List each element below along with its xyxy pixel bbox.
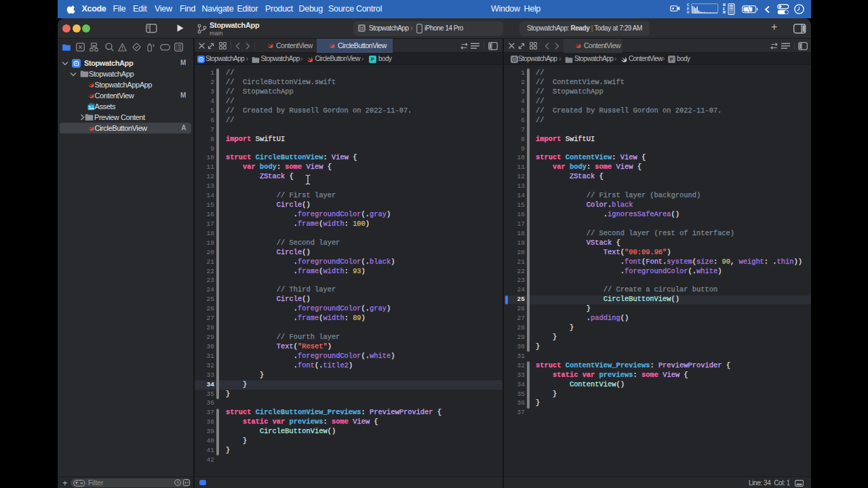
- svg-text:P: P: [670, 57, 673, 62]
- svg-text:P: P: [371, 57, 374, 62]
